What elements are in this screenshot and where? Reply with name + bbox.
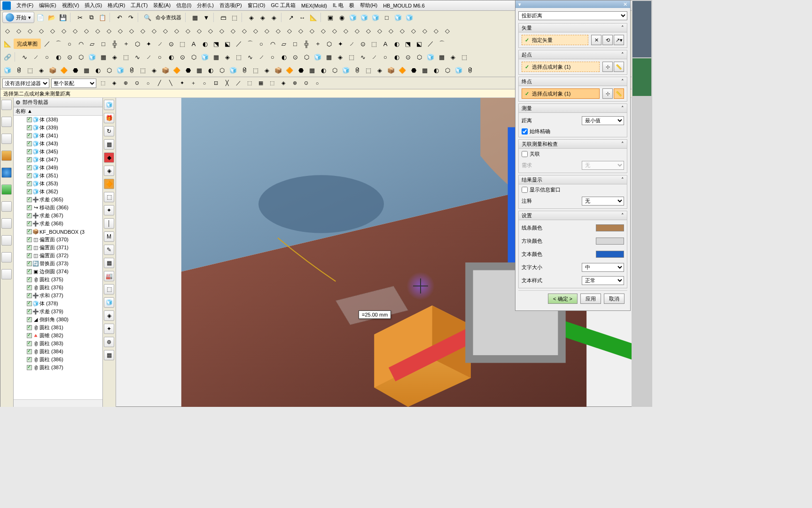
tb2-btn-27[interactable]: ◇ [307, 25, 317, 36]
filter-btn-4[interactable]: ○ [143, 79, 153, 88]
tb3-btn-19[interactable]: ○ [256, 39, 266, 49]
frail-13[interactable]: ▦ [104, 258, 114, 268]
tree-row[interactable]: 🧊体 (343) [14, 140, 102, 148]
row-checkbox[interactable] [27, 117, 32, 122]
copy-button[interactable]: ⧉ [86, 12, 96, 23]
frail-9[interactable]: ✦ [104, 205, 114, 215]
tb4-btn-33[interactable]: ◐ [391, 52, 402, 62]
tb2-btn-11[interactable]: ◇ [126, 25, 137, 36]
distance-mode-select[interactable]: 最小值 [582, 116, 624, 125]
tb2-btn-18[interactable]: ◇ [205, 25, 216, 36]
tree-row[interactable]: 🧊体 (347) [14, 156, 102, 164]
vector-pill[interactable]: ✓ 指定矢量 [522, 35, 588, 45]
tb4-btn-18[interactable]: ◈ [222, 52, 233, 62]
row-checkbox[interactable] [27, 365, 32, 370]
rail-browser[interactable] [1, 184, 12, 195]
tb2-btn-20[interactable]: ◇ [228, 25, 238, 36]
tree-row[interactable]: ◫偏置面 (370) [14, 236, 102, 244]
tb5-btn-31[interactable]: 🛢 [352, 65, 362, 75]
tb2-btn-31[interactable]: ◇ [352, 25, 362, 36]
frail-15[interactable]: ⬚ [104, 284, 114, 294]
rail-assembly-nav[interactable] [1, 117, 12, 127]
tb4-btn-5[interactable]: ⬡ [76, 52, 86, 62]
filter-btn-17[interactable]: ⊕ [290, 79, 299, 88]
row-checkbox[interactable] [27, 141, 32, 146]
tb3-btn-30[interactable]: A [380, 39, 390, 49]
tb5-btn-5[interactable]: 🔶 [59, 65, 69, 75]
start-button[interactable]: 开始 ▾ [2, 12, 34, 23]
row-checkbox[interactable] [27, 317, 32, 322]
tree-row[interactable]: ➕求差 (365) [14, 196, 102, 204]
tb4-btn-17[interactable]: ▦ [211, 52, 221, 62]
tb-generic-16[interactable]: □ [382, 12, 392, 23]
menu-info[interactable]: 信息(I) [173, 1, 194, 10]
strip-thumb-2[interactable] [632, 58, 651, 96]
end-opt-2[interactable]: 📏 [614, 88, 624, 99]
tb2-btn-28[interactable]: ◇ [318, 25, 328, 36]
tb3-btn-34[interactable]: ／ [425, 39, 436, 49]
tb4-btn-32[interactable]: ○ [380, 52, 390, 62]
tb4-btn-11[interactable]: ⟋ [143, 52, 154, 62]
tb5-btn-32[interactable]: ⬚ [363, 65, 374, 75]
tree-row[interactable]: 🧊体 (341) [14, 132, 102, 140]
row-checkbox[interactable] [27, 349, 32, 354]
tb5-btn-40[interactable]: 🧊 [453, 65, 464, 75]
tb2-btn-4[interactable]: ◇ [47, 25, 58, 36]
section-vector[interactable]: 矢量˄ [518, 23, 627, 32]
tb2-btn-24[interactable]: ◇ [273, 25, 283, 36]
tb3-btn-26[interactable]: ✦ [335, 39, 345, 49]
row-checkbox[interactable] [27, 293, 32, 298]
menu-window[interactable]: 窗口(O) [245, 1, 268, 10]
tree-row[interactable]: 🧊体 (339) [14, 124, 102, 132]
tb3-btn-7[interactable]: ＋ [121, 39, 131, 49]
tb5-btn-23[interactable]: ◈ [262, 65, 272, 75]
menu-ji[interactable]: 极 [346, 1, 357, 10]
tree-row[interactable]: ➕求差 (379) [14, 308, 102, 316]
row-checkbox[interactable] [27, 301, 32, 306]
tb4-btn-14[interactable]: ⊙ [177, 52, 187, 62]
tb4-btn-26[interactable]: 🧊 [312, 52, 323, 62]
tb3-btn-24[interactable]: ＋ [312, 39, 323, 49]
tb-generic-9[interactable]: ↔ [297, 12, 307, 23]
tree-row[interactable]: 🛢圆柱 (383) [14, 340, 102, 348]
tb2-btn-39[interactable]: ◇ [442, 25, 453, 36]
tb5-btn-34[interactable]: 📦 [386, 65, 396, 75]
row-checkbox[interactable] [27, 157, 32, 162]
frail-16[interactable]: 🧊 [104, 297, 114, 308]
tb5-btn-0[interactable]: 🧊 [2, 65, 13, 75]
frail-1[interactable]: 🧊 [104, 100, 114, 110]
text-style-select[interactable]: 正常 [582, 276, 624, 285]
row-checkbox[interactable] [27, 253, 32, 258]
tb4-btn-16[interactable]: 🧊 [200, 52, 210, 62]
tb2-btn-17[interactable]: ◇ [194, 25, 204, 36]
tb-generic-18[interactable]: 🧊 [404, 12, 414, 23]
tb2-btn-5[interactable]: ◇ [59, 25, 69, 36]
menu-format[interactable]: 格式(R) [105, 1, 128, 10]
tb2-btn-7[interactable]: ◇ [81, 25, 92, 36]
tb5-btn-19[interactable]: ⬡ [217, 65, 227, 75]
tb5-btn-29[interactable]: ⬡ [329, 65, 340, 75]
row-checkbox[interactable] [27, 269, 32, 274]
tb3-btn-32[interactable]: ⬔ [403, 39, 413, 49]
row-checkbox[interactable] [27, 237, 32, 242]
tb5-btn-37[interactable]: ▦ [420, 65, 430, 75]
paste-button[interactable]: 📋 [97, 12, 108, 23]
tb4-btn-39[interactable]: ⬚ [459, 52, 469, 62]
frail-10[interactable]: │ [104, 218, 114, 229]
tb4-btn-9[interactable]: ⬚ [121, 52, 131, 62]
tb2-btn-1[interactable]: ◇ [14, 25, 24, 36]
tb2-btn-8[interactable]: ◇ [93, 25, 103, 36]
row-checkbox[interactable] [27, 221, 32, 226]
filter-btn-10[interactable]: ⊡ [211, 79, 220, 88]
tb2-btn-16[interactable]: ◇ [183, 25, 193, 36]
end-point-pill[interactable]: ✓ 选择点或对象 (1) [522, 88, 600, 99]
tb3-btn-16[interactable]: ⬕ [222, 39, 233, 49]
tb2-btn-14[interactable]: ◇ [160, 25, 171, 36]
apply-button[interactable]: 应用 [580, 294, 601, 304]
tb2-btn-15[interactable]: ◇ [172, 25, 182, 36]
tb-generic-4[interactable]: ⬚ [229, 12, 240, 23]
row-checkbox[interactable] [27, 189, 32, 194]
filter-btn-5[interactable]: ╱ [155, 79, 164, 88]
row-checkbox[interactable] [27, 125, 32, 130]
tree-row[interactable]: 🧊体 (349) [14, 164, 102, 172]
